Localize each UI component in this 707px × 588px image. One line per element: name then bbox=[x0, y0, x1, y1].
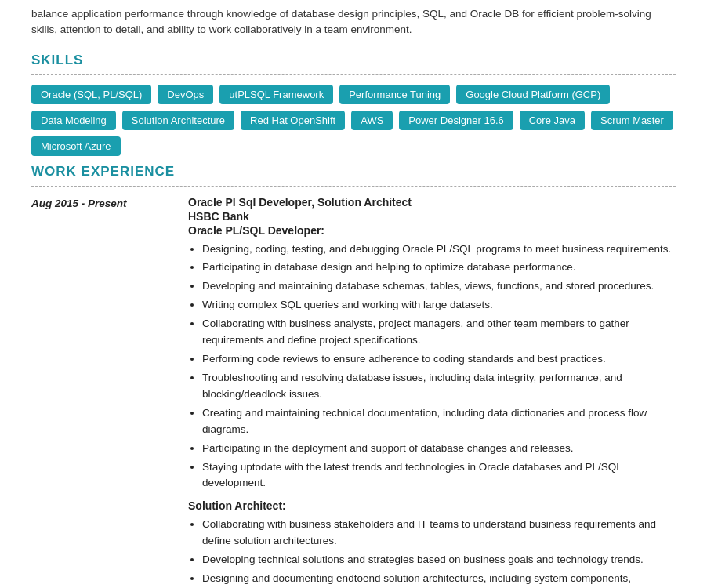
skills-title: SKILLS bbox=[31, 53, 676, 68]
role1-bullets: Designing, coding, testing, and debuggin… bbox=[202, 241, 676, 492]
skill-badge: Core Java bbox=[520, 111, 585, 130]
list-item: Participating in database design and hel… bbox=[202, 260, 676, 276]
skill-badge: Solution Architecture bbox=[122, 111, 234, 130]
skill-badge: Scrum Master bbox=[591, 111, 673, 130]
list-item: Collaborating with business analysts, pr… bbox=[202, 316, 676, 349]
skill-badge: Google Cloud Platform (GCP) bbox=[456, 85, 610, 104]
role2-label: Solution Architect: bbox=[188, 499, 676, 512]
job-entry: Aug 2015 - Present Oracle Pl Sql Develop… bbox=[31, 196, 676, 589]
skill-badge: Oracle (SQL, PL/SQL) bbox=[31, 85, 151, 104]
job-details: Oracle Pl Sql Developer, Solution Archit… bbox=[188, 196, 676, 589]
list-item: Collaborating with business stakeholders… bbox=[202, 517, 676, 550]
job-company: HSBC Bank bbox=[188, 210, 676, 223]
skills-section: SKILLS Oracle (SQL, PL/SQL)DevOpsutPLSQL… bbox=[31, 53, 676, 156]
list-item: Performing code reviews to ensure adhere… bbox=[202, 351, 676, 368]
list-item: Writing complex SQL queries and working … bbox=[202, 297, 676, 314]
skill-badge: utPLSQL Framework bbox=[219, 85, 333, 104]
list-item: Designing, coding, testing, and debuggin… bbox=[202, 241, 676, 258]
skill-badge: Power Designer 16.6 bbox=[399, 111, 513, 130]
skill-badge: Microsoft Azure bbox=[31, 136, 121, 156]
role2-bullets: Collaborating with business stakeholders… bbox=[202, 517, 676, 588]
job-dates: Aug 2015 - Present bbox=[31, 196, 188, 589]
work-experience-section: WORK EXPERIENCE Aug 2015 - Present Oracl… bbox=[31, 164, 676, 589]
list-item: Creating and maintaining technical docum… bbox=[202, 405, 676, 438]
list-item: Troubleshooting and resolving database i… bbox=[202, 370, 676, 403]
list-item: Developing and maintaining database sche… bbox=[202, 278, 676, 295]
skill-badge: Data Modeling bbox=[31, 111, 116, 130]
job-title: Oracle Pl Sql Developer, Solution Archit… bbox=[188, 196, 676, 209]
work-experience-divider bbox=[31, 186, 676, 187]
skill-badge: Performance Tuning bbox=[339, 85, 450, 104]
work-experience-title: WORK EXPERIENCE bbox=[31, 164, 676, 180]
role1-label: Oracle PL/SQL Developer: bbox=[188, 224, 676, 237]
list-item: Participating in the deployment and supp… bbox=[202, 441, 676, 457]
list-item: Developing technical solutions and strat… bbox=[202, 552, 676, 568]
skill-badge: AWS bbox=[351, 111, 393, 130]
skill-badge: Red Hat OpenShift bbox=[241, 111, 345, 130]
skills-divider bbox=[31, 74, 676, 75]
skill-badge: DevOps bbox=[158, 85, 213, 104]
list-item: Designing and documenting endtoend solut… bbox=[202, 571, 676, 588]
list-item: Staying uptodate with the latest trends … bbox=[202, 459, 676, 492]
intro-paragraph: balance application performance through … bbox=[31, 0, 676, 38]
skills-badges-container: Oracle (SQL, PL/SQL)DevOpsutPLSQL Framew… bbox=[31, 85, 676, 156]
